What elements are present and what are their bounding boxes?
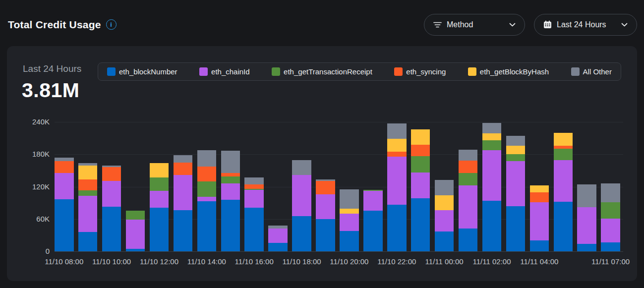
bar-11/10 14:00[interactable] (197, 150, 217, 251)
bar-segment-eth_chainId[interactable] (292, 175, 311, 217)
bar-11/11 01:00[interactable] (459, 150, 478, 252)
bar-segment-eth_getBlockByHash[interactable] (506, 146, 526, 154)
bar-segment-eth_syncing[interactable] (530, 192, 549, 202)
bar-segment-All Other[interactable] (340, 189, 359, 209)
bar-segment-eth_chainId[interactable] (244, 190, 264, 208)
bar-segment-eth_getTransactionReceipt[interactable] (197, 181, 217, 197)
bar-segment-eth_chainId[interactable] (150, 191, 169, 208)
bar-segment-eth_blockNumber[interactable] (268, 243, 288, 251)
bar-segment-All Other[interactable] (55, 158, 74, 162)
bar-segment-eth_getTransactionReceipt[interactable] (221, 176, 240, 183)
bar-segment-eth_chainId[interactable] (601, 219, 620, 242)
bar-11/10 15:00[interactable] (221, 151, 240, 251)
bar-segment-eth_getTransactionReceipt[interactable] (506, 154, 526, 161)
bar-segment-eth_chainId[interactable] (268, 229, 288, 242)
bar-segment-eth_blockNumber[interactable] (292, 216, 311, 251)
bar-segment-eth_getBlockByHash[interactable] (78, 166, 98, 179)
bar-segment-eth_chainId[interactable] (435, 210, 454, 231)
bar-segment-All Other[interactable] (577, 184, 596, 207)
bar-segment-All Other[interactable] (292, 160, 311, 174)
legend-item-eth_getTransactionReceipt[interactable]: eth_getTransactionReceipt (272, 67, 372, 76)
bar-segment-eth_getTransactionReceipt[interactable] (126, 211, 145, 219)
bar-segment-eth_syncing[interactable] (78, 179, 98, 190)
bar-segment-eth_getBlockByHash[interactable] (435, 195, 454, 210)
bar-segment-eth_chainId[interactable] (577, 207, 596, 244)
bar-segment-eth_syncing[interactable] (459, 161, 478, 173)
bar-segment-All Other[interactable] (387, 123, 407, 138)
bar-segment-eth_getTransactionReceipt[interactable] (78, 190, 98, 196)
bar-segment-eth_getBlockByHash[interactable] (387, 139, 407, 152)
bar-segment-eth_blockNumber[interactable] (78, 232, 98, 251)
bar-segment-eth_blockNumber[interactable] (221, 200, 240, 251)
bar-11/10 10:00[interactable] (102, 166, 121, 251)
bar-segment-eth_syncing[interactable] (55, 161, 74, 173)
bar-segment-eth_chainId[interactable] (530, 202, 549, 240)
bar-11/10 16:00[interactable] (244, 177, 264, 251)
bar-segment-eth_chainId[interactable] (126, 220, 145, 249)
bar-segment-eth_chainId[interactable] (174, 175, 193, 211)
bar-11/11 07:00[interactable] (601, 183, 620, 251)
legend-item-eth_getBlockByHash[interactable]: eth_getBlockByHash (468, 67, 549, 76)
bar-segment-All Other[interactable] (197, 150, 217, 167)
bar-segment-eth_blockNumber[interactable] (126, 249, 145, 251)
bar-segment-eth_syncing[interactable] (197, 167, 217, 181)
bar-11/10 22:00[interactable] (387, 123, 407, 251)
bar-11/10 19:00[interactable] (316, 179, 335, 251)
bar-segment-eth_blockNumber[interactable] (577, 244, 596, 251)
bar-11/11 03:00[interactable] (506, 136, 526, 251)
bar-segment-All Other[interactable] (506, 136, 526, 146)
bar-segment-eth_blockNumber[interactable] (530, 240, 549, 251)
bar-segment-eth_blockNumber[interactable] (55, 199, 74, 251)
bar-segment-eth_getTransactionReceipt[interactable] (411, 156, 430, 173)
bar-segment-eth_getBlockByHash[interactable] (482, 133, 502, 140)
bar-segment-eth_syncing[interactable] (244, 184, 264, 189)
bar-segment-eth_syncing[interactable] (102, 167, 121, 180)
bar-segment-eth_blockNumber[interactable] (506, 206, 526, 251)
bar-segment-eth_blockNumber[interactable] (150, 208, 169, 251)
bar-segment-eth_getBlockByHash[interactable] (411, 129, 430, 144)
bar-segment-eth_chainId[interactable] (340, 214, 359, 231)
bar-segment-eth_blockNumber[interactable] (601, 242, 620, 251)
bar-segment-All Other[interactable] (435, 180, 454, 195)
bar-11/11 06:00[interactable] (577, 184, 596, 251)
bar-segment-eth_getTransactionReceipt[interactable] (459, 173, 478, 185)
bar-segment-eth_chainId[interactable] (78, 196, 98, 232)
bar-11/10 23:00[interactable] (411, 129, 430, 251)
bar-segment-eth_syncing[interactable] (316, 181, 335, 194)
bar-11/10 11:00[interactable] (126, 211, 145, 251)
bar-segment-eth_chainId[interactable] (506, 161, 526, 206)
bar-segment-eth_blockNumber[interactable] (554, 202, 573, 251)
bar-segment-eth_chainId[interactable] (316, 194, 335, 219)
bar-segment-eth_blockNumber[interactable] (316, 219, 335, 251)
legend-item-eth_chainId[interactable]: eth_chainId (199, 67, 250, 76)
bar-segment-eth_getTransactionReceipt[interactable] (601, 202, 620, 219)
bar-segment-All Other[interactable] (482, 123, 502, 133)
bar-segment-eth_blockNumber[interactable] (244, 208, 264, 251)
bar-segment-eth_chainId[interactable] (387, 157, 407, 205)
bar-segment-All Other[interactable] (221, 151, 240, 173)
bar-segment-eth_getTransactionReceipt[interactable] (554, 149, 573, 160)
legend-item-eth_blockNumber[interactable]: eth_blockNumber (107, 67, 177, 76)
bar-segment-eth_getTransactionReceipt[interactable] (150, 177, 169, 191)
legend-item-eth_syncing[interactable]: eth_syncing (394, 67, 446, 76)
bar-segment-eth_blockNumber[interactable] (197, 201, 217, 251)
bar-segment-eth_chainId[interactable] (221, 183, 240, 200)
info-icon[interactable]: i (106, 19, 117, 30)
bar-11/10 09:00[interactable] (78, 163, 98, 251)
bar-11/11 05:00[interactable] (554, 133, 573, 251)
bar-segment-eth_getBlockByHash[interactable] (554, 133, 573, 146)
bar-segment-All Other[interactable] (244, 177, 264, 184)
bar-segment-eth_blockNumber[interactable] (387, 205, 407, 251)
bar-segment-eth_blockNumber[interactable] (482, 201, 502, 251)
bar-11/10 21:00[interactable] (363, 190, 383, 251)
bar-segment-eth_chainId[interactable] (197, 197, 217, 201)
bar-segment-eth_syncing[interactable] (387, 152, 407, 157)
bar-segment-eth_blockNumber[interactable] (340, 231, 359, 251)
bar-segment-eth_blockNumber[interactable] (174, 210, 193, 251)
bar-11/10 12:00[interactable] (150, 163, 169, 251)
bar-segment-eth_blockNumber[interactable] (459, 229, 478, 251)
bar-segment-eth_getTransactionReceipt[interactable] (482, 140, 502, 150)
bar-11/10 20:00[interactable] (340, 189, 359, 251)
bar-segment-eth_chainId[interactable] (554, 160, 573, 202)
bar-segment-eth_chainId[interactable] (102, 181, 121, 207)
